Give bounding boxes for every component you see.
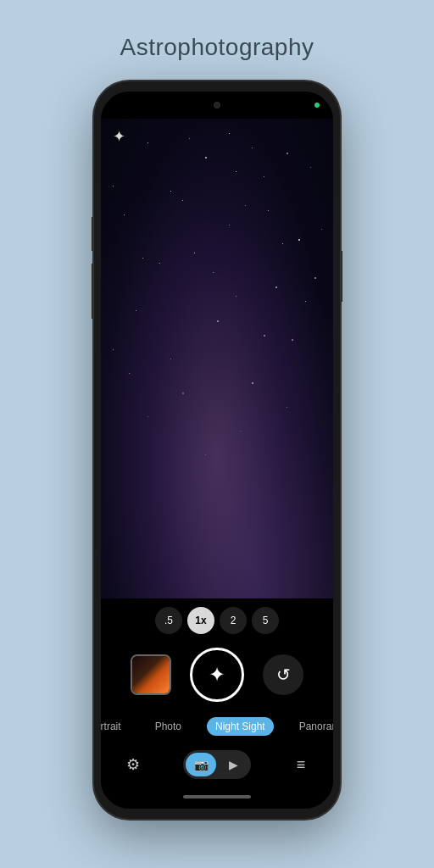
photo-mode-button[interactable]: 📷: [186, 753, 216, 776]
phone-shell: ✦ .5 1x 2 5 ✦: [94, 81, 340, 819]
flip-camera-button[interactable]: ↺: [263, 654, 303, 695]
mode-panorama[interactable]: Panorama: [291, 717, 333, 736]
page-title: Astrophotography: [120, 34, 314, 61]
status-indicator: [314, 103, 320, 108]
zoom-controls: .5 1x 2 5: [101, 598, 333, 641]
viewfinder: ✦: [101, 119, 333, 598]
mode-portrait[interactable]: Portrait: [101, 717, 130, 736]
front-camera: [214, 102, 220, 108]
flash-icon[interactable]: ✦: [113, 127, 125, 146]
flip-icon: ↺: [276, 665, 291, 685]
media-type-toggle: 📷 ▶: [183, 750, 251, 779]
camera-controls: .5 1x 2 5 ✦ ↺: [101, 598, 333, 809]
top-bar: [101, 92, 333, 119]
mode-selector: Portrait Photo Night Sight Panorama: [101, 710, 333, 744]
settings-icon: ⚙: [126, 755, 140, 774]
zoom-1x-button[interactable]: 1x: [187, 607, 214, 634]
video-mode-button[interactable]: ▶: [218, 753, 248, 776]
home-bar: [183, 795, 251, 798]
shutter-row: ✦ ↺: [101, 641, 333, 710]
zoom-5x-button[interactable]: 5: [252, 607, 279, 634]
phone-mockup: ✦ .5 1x 2 5 ✦: [94, 81, 340, 819]
settings-button[interactable]: ⚙: [118, 749, 148, 780]
video-icon: ▶: [229, 758, 238, 771]
camera-icon: 📷: [194, 758, 209, 771]
phone-screen: ✦ .5 1x 2 5 ✦: [101, 92, 333, 809]
shutter-icon: ✦: [209, 663, 225, 687]
zoom-2x-button[interactable]: 2: [220, 607, 247, 634]
shutter-button[interactable]: ✦: [190, 648, 244, 702]
last-photo-thumbnail[interactable]: [131, 654, 171, 695]
stars-layer: [101, 119, 333, 598]
thumbnail-image: [132, 656, 170, 693]
filters-button[interactable]: ≡: [286, 749, 316, 780]
sliders-icon: ≡: [297, 756, 306, 774]
bottom-toolbar: ⚙ 📷 ▶ ≡: [101, 744, 333, 788]
mode-night-sight[interactable]: Night Sight: [207, 717, 274, 736]
home-indicator: [101, 788, 333, 805]
mode-photo[interactable]: Photo: [147, 717, 190, 736]
zoom-05-button[interactable]: .5: [155, 607, 182, 634]
